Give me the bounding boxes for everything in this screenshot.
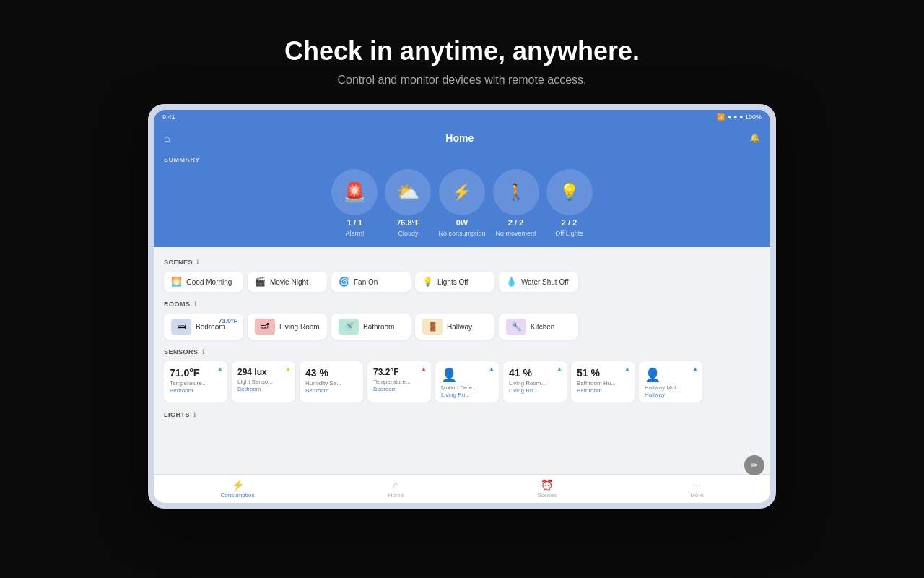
humidity-living-name: Living Room... bbox=[509, 380, 561, 387]
sensor-temp-bedroom[interactable]: ▲ 71.0°F Temperature... Bedroom bbox=[164, 361, 227, 402]
summary-card-energy[interactable]: ⚡ 0W No consumption bbox=[438, 169, 485, 237]
sensors-info: ℹ bbox=[202, 348, 204, 355]
humidity-bath-indicator: ▲ bbox=[624, 366, 630, 372]
light-bedroom-value: 294 lux bbox=[237, 367, 289, 377]
scenes-info: ℹ bbox=[196, 259, 199, 266]
status-bar: 9:41 📶 ● ● ● 100% bbox=[154, 110, 770, 124]
nav-scenes[interactable]: ⏰ Scenes bbox=[537, 479, 557, 499]
status-bar-left: 9:41 bbox=[162, 113, 175, 121]
wifi-icon: 📶 bbox=[717, 113, 725, 121]
scene-fan-on[interactable]: 🌀 Fan On bbox=[331, 272, 411, 292]
sensor-motion-hallway[interactable]: ▲ 👤 Hallway Mot... Hallway bbox=[639, 361, 702, 402]
scenes-nav-label: Scenes bbox=[537, 492, 557, 499]
humidity-bedroom-value: 43 % bbox=[305, 367, 357, 379]
weather-value: 76.8°F bbox=[396, 218, 420, 227]
room-bedroom[interactable]: 🛏 Bedroom 71.0°F bbox=[164, 314, 243, 340]
sensor-humidity-bath[interactable]: ▲ 51 % Bathroom Hu... Bathroom bbox=[571, 361, 635, 402]
fan-on-label: Fan On bbox=[354, 278, 378, 286]
summary-card-weather[interactable]: ⛅ 76.8°F Cloudy bbox=[385, 169, 431, 237]
weather-desc: Cloudy bbox=[398, 230, 418, 237]
good-morning-label: Good Morning bbox=[186, 278, 232, 286]
room-hallway[interactable]: 🚪 Hallway bbox=[415, 314, 494, 340]
temp-bedroom-name: Temperature... bbox=[170, 380, 222, 387]
motion-hallway-icon: 👤 bbox=[645, 367, 697, 383]
page-wrapper: Check in anytime, anywhere. Control and … bbox=[0, 0, 924, 578]
home-nav-bottom-icon: ⌂ bbox=[393, 479, 398, 491]
bottom-nav: ⚡ Consumption ⌂ Home ⏰ Scenes ··· More bbox=[154, 474, 770, 503]
water-shutoff-label: Water Shut Off bbox=[521, 278, 569, 286]
status-bar-right: 📶 ● ● ● 100% bbox=[717, 113, 762, 121]
temp-bedroom-value: 71.0°F bbox=[170, 367, 222, 379]
summary-card-alarm[interactable]: 🚨 1 / 1 Alarm! bbox=[331, 169, 378, 237]
movie-night-icon: 🎬 bbox=[255, 277, 266, 287]
status-time: 9:41 bbox=[162, 113, 175, 121]
temp-bedroom2-name: Temperature... bbox=[373, 379, 425, 385]
summary-section: SUMMARY 🚨 1 / 1 Alarm! ⛅ 76.8°F Cloudy ⚡ bbox=[154, 152, 770, 247]
fab-button[interactable]: ✏ bbox=[744, 455, 764, 475]
alarm-circle: 🚨 bbox=[331, 169, 378, 215]
motion-living-indicator: ▲ bbox=[489, 366, 494, 372]
sensors-header: SENSORS ℹ bbox=[164, 348, 760, 355]
temp-bedroom-location: Bedroom bbox=[170, 387, 222, 394]
motion-hallway-indicator: ▲ bbox=[692, 366, 698, 372]
water-shutoff-icon: 💧 bbox=[506, 277, 517, 287]
summary-card-lights[interactable]: 💡 2 / 2 Off Lights bbox=[546, 169, 593, 237]
lights-desc: Off Lights bbox=[555, 230, 583, 237]
alarm-desc: Alarm! bbox=[345, 230, 364, 237]
hero-title: Check in anytime, anywhere. bbox=[284, 36, 640, 66]
room-kitchen[interactable]: 🔧 Kitchen bbox=[499, 314, 578, 340]
lights-header: LIGHTS ℹ bbox=[164, 411, 760, 418]
more-nav-icon: ··· bbox=[692, 479, 701, 491]
energy-desc: No consumption bbox=[438, 230, 485, 237]
lights-circle: 💡 bbox=[546, 169, 593, 215]
tablet-frame: 9:41 📶 ● ● ● 100% ⌂ Home 🔔 SUMMARY 🚨 bbox=[148, 104, 776, 509]
content-area: SCENES ℹ 🌅 Good Morning 🎬 Movie Night 🌀 … bbox=[154, 247, 770, 474]
scene-lights-off[interactable]: 💡 Lights Off bbox=[415, 272, 494, 292]
nav-home[interactable]: ⌂ Home bbox=[388, 479, 404, 499]
home-nav-label: Home bbox=[388, 492, 404, 499]
scene-good-morning[interactable]: 🌅 Good Morning bbox=[164, 272, 243, 292]
hero-section: Check in anytime, anywhere. Control and … bbox=[284, 0, 640, 87]
rooms-header: ROOMS ℹ bbox=[164, 301, 760, 308]
notification-icon[interactable]: 🔔 bbox=[749, 133, 760, 143]
temp-bedroom2-indicator: ▲ bbox=[421, 366, 427, 372]
summary-label: SUMMARY bbox=[164, 156, 760, 163]
sensors-row: ▲ 71.0°F Temperature... Bedroom ▲ 294 lu… bbox=[164, 361, 760, 402]
scene-movie-night[interactable]: 🎬 Movie Night bbox=[248, 272, 327, 292]
humidity-bedroom-location: Bedroom bbox=[305, 387, 357, 394]
nav-more[interactable]: ··· More bbox=[690, 479, 703, 499]
motion-living-name: Motion Dete... bbox=[441, 384, 493, 391]
lights-off-icon: 💡 bbox=[422, 277, 433, 287]
energy-circle: ⚡ bbox=[439, 169, 485, 215]
sensor-humidity-bedroom[interactable]: 43 % Humidity Se... Bedroom bbox=[300, 361, 363, 402]
sensors-label: SENSORS bbox=[164, 348, 199, 355]
sensor-humidity-living[interactable]: ▲ 41 % Living Room... Living Ro... bbox=[503, 361, 567, 402]
light-bedroom-location: Bedroom bbox=[237, 386, 289, 392]
humidity-living-indicator: ▲ bbox=[557, 366, 562, 372]
hero-subtitle: Control and monitor devices with remote … bbox=[284, 74, 640, 87]
room-bathroom[interactable]: 🚿 Bathroom bbox=[331, 314, 411, 340]
motion-circle: 🚶 bbox=[493, 169, 539, 215]
humidity-bath-value: 51 % bbox=[577, 367, 629, 379]
rooms-row: 🛏 Bedroom 71.0°F 🛋 Living Room 🚿 Bathroo… bbox=[164, 314, 760, 340]
motion-desc: No movement bbox=[496, 230, 536, 237]
sensor-motion-living[interactable]: ▲ 👤 Motion Dete... Living Ro... bbox=[435, 361, 499, 402]
sensor-temp-bedroom2[interactable]: ▲ 73.2°F Temperature... Bedroom bbox=[367, 361, 431, 402]
summary-card-motion[interactable]: 🚶 2 / 2 No movement bbox=[493, 169, 539, 237]
lights-off-label: Lights Off bbox=[437, 278, 468, 286]
light-bedroom-name: Light Senso... bbox=[237, 379, 289, 385]
temp-bedroom2-value: 73.2°F bbox=[373, 367, 425, 377]
scenes-row: 🌅 Good Morning 🎬 Movie Night 🌀 Fan On 💡 … bbox=[164, 272, 760, 292]
tablet-screen: 9:41 📶 ● ● ● 100% ⌂ Home 🔔 SUMMARY 🚨 bbox=[154, 110, 770, 503]
home-nav-icon[interactable]: ⌂ bbox=[164, 132, 170, 144]
sensor-light-bedroom[interactable]: ▲ 294 lux Light Senso... Bedroom bbox=[232, 361, 295, 402]
scenes-label: SCENES bbox=[164, 259, 193, 266]
fan-on-icon: 🌀 bbox=[339, 277, 349, 287]
humidity-bedroom-name: Humidity Se... bbox=[305, 380, 357, 387]
lights-info: ℹ bbox=[193, 411, 196, 418]
scene-water-shutoff[interactable]: 💧 Water Shut Off bbox=[499, 272, 578, 292]
nav-consumption[interactable]: ⚡ Consumption bbox=[221, 479, 255, 499]
hallway-icon: 🚪 bbox=[422, 319, 443, 335]
room-living[interactable]: 🛋 Living Room bbox=[248, 314, 327, 340]
scenes-header: SCENES ℹ bbox=[164, 259, 760, 266]
